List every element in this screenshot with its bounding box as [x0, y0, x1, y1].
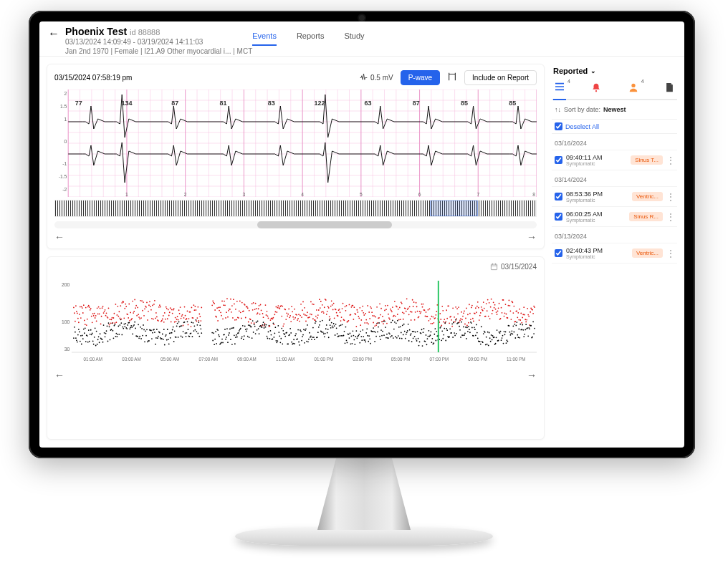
svg-point-1253	[498, 340, 499, 342]
svg-point-1355	[534, 328, 535, 329]
event-item[interactable]: 06:00:25 AM Symptomatic Sinus R... ⋮	[552, 207, 677, 227]
caliper-icon[interactable]	[447, 72, 457, 84]
svg-point-1022	[416, 306, 418, 307]
svg-rect-76	[491, 264, 497, 270]
event-checkbox[interactable]	[555, 156, 562, 164]
deselect-link[interactable]: Deselect All	[565, 123, 599, 130]
svg-point-396	[184, 306, 186, 308]
svg-point-1109	[446, 329, 448, 331]
svg-point-541	[245, 329, 246, 330]
svg-point-681	[294, 335, 296, 337]
pwave-button[interactable]: P-wave	[401, 70, 440, 85]
ecg-chart[interactable]: 2 1.5 1 0 -1 -1.5 -2	[54, 90, 537, 197]
event-checkbox[interactable]	[555, 249, 562, 257]
svg-point-1235	[492, 339, 493, 341]
svg-point-1079	[436, 331, 437, 332]
rhythm-overview[interactable]	[54, 200, 537, 217]
sidebar-tab-alerts[interactable]	[591, 82, 601, 95]
status-dropdown[interactable]: Reported ⌄	[552, 64, 677, 78]
strip-scrollbar[interactable]	[54, 221, 537, 228]
svg-point-490	[227, 317, 229, 318]
scroll-thumb[interactable]	[257, 221, 392, 228]
svg-point-1323	[522, 329, 524, 331]
svg-point-407	[188, 329, 189, 330]
event-item[interactable]: 09:40:11 AM Symptomatic Sinus T... ⋮	[552, 150, 677, 170]
svg-point-1173	[469, 332, 471, 333]
event-checkbox[interactable]	[555, 213, 562, 221]
svg-point-654	[285, 319, 287, 320]
svg-point-714	[307, 311, 308, 313]
svg-point-1212	[484, 308, 485, 309]
event-time: 06:00:25 AM	[566, 211, 626, 218]
tab-study[interactable]: Study	[344, 32, 364, 46]
svg-point-633	[277, 325, 279, 327]
svg-point-109	[82, 335, 83, 337]
svg-point-447	[211, 332, 213, 334]
svg-point-462	[217, 320, 219, 322]
svg-point-1191	[476, 324, 477, 325]
event-item[interactable]: 02:40:43 PM Symptomatic Ventric... ⋮	[552, 243, 677, 264]
svg-point-641	[280, 338, 282, 339]
svg-point-1266	[503, 299, 504, 301]
svg-point-954	[392, 306, 393, 308]
svg-point-1201	[479, 341, 481, 342]
svg-point-1236	[492, 310, 494, 311]
svg-point-570	[256, 308, 257, 309]
rhythm-selection[interactable]	[430, 200, 478, 216]
svg-point-974	[399, 307, 401, 309]
event-checkbox[interactable]	[555, 193, 562, 200]
svg-point-873	[363, 336, 364, 337]
kebab-icon[interactable]: ⋮	[666, 192, 674, 202]
svg-point-727	[311, 339, 312, 340]
svg-point-108	[82, 307, 83, 309]
svg-point-948	[390, 309, 391, 310]
svg-point-853	[355, 330, 357, 332]
svg-point-188	[110, 322, 112, 324]
sidebar-tab-reports[interactable]	[665, 82, 674, 95]
amplitude-control[interactable]: 0.5 mV	[360, 74, 393, 82]
svg-point-1262	[502, 312, 503, 314]
nav-tabs: Events Reports Study	[252, 32, 364, 46]
svg-point-1259	[500, 331, 502, 332]
svg-point-551	[249, 337, 250, 338]
trend-next-arrow-icon[interactable]: →	[527, 369, 537, 381]
svg-point-986	[403, 313, 405, 314]
svg-point-424	[194, 309, 196, 311]
svg-point-303	[150, 330, 152, 332]
include-report-button[interactable]: Include on Report	[464, 70, 537, 85]
svg-point-675	[292, 343, 294, 344]
kebab-icon[interactable]: ⋮	[666, 212, 674, 222]
svg-point-821	[345, 342, 346, 344]
svg-point-275	[140, 338, 142, 339]
svg-point-436	[198, 320, 199, 322]
svg-point-927	[382, 331, 383, 332]
event-item[interactable]: 08:53:36 PM Symptomatic Ventric... ⋮	[552, 187, 677, 207]
svg-point-543	[246, 331, 247, 332]
prev-arrow-icon[interactable]: ←	[54, 231, 64, 243]
tab-reports[interactable]: Reports	[297, 32, 325, 46]
svg-point-771	[327, 332, 328, 334]
svg-point-1035	[421, 333, 422, 334]
sort-control[interactable]: ↑↓ Sort by date: Newest	[552, 100, 677, 119]
deselect-checkbox[interactable]	[555, 122, 562, 130]
tab-events[interactable]: Events	[252, 32, 277, 46]
sidebar-tab-patient[interactable]: 4	[628, 82, 638, 95]
svg-point-339	[163, 329, 165, 330]
svg-point-1303	[515, 325, 517, 327]
trend-prev-arrow-icon[interactable]: ←	[54, 369, 64, 381]
kebab-icon[interactable]: ⋮	[666, 248, 674, 258]
svg-point-172	[105, 309, 106, 311]
svg-point-583	[260, 325, 262, 327]
sidebar-tab-list[interactable]: 4	[555, 82, 565, 95]
svg-point-619	[273, 323, 274, 324]
svg-point-317	[155, 337, 157, 339]
trend-chart[interactable]: 200 100 30 01:00 AM03:00 AM05:00 AM07:00…	[54, 274, 537, 367]
svg-point-102	[80, 306, 81, 308]
svg-point-133	[90, 329, 92, 331]
back-arrow-icon[interactable]: ←	[48, 27, 59, 40]
kebab-icon[interactable]: ⋮	[666, 155, 674, 165]
next-arrow-icon[interactable]: →	[527, 231, 537, 243]
svg-point-1205	[481, 326, 482, 327]
svg-point-632	[277, 305, 279, 306]
svg-point-1135	[456, 333, 457, 334]
